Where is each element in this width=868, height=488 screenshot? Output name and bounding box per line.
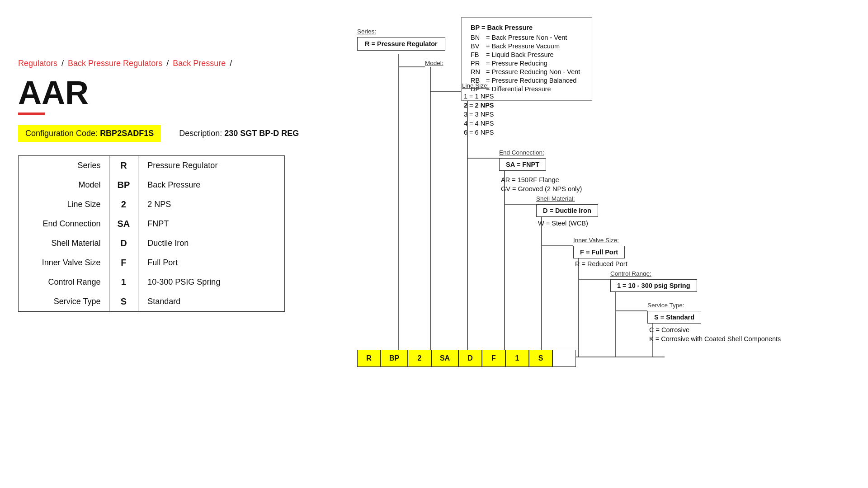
breadcrumb-sep-2: / bbox=[166, 59, 171, 68]
legend-item: PR = Pressure Reducing bbox=[471, 60, 583, 67]
control-label: Control Range: bbox=[610, 270, 651, 277]
end-conn-label: End Connection: bbox=[499, 149, 544, 156]
valve-box: F = Full Port bbox=[573, 246, 625, 258]
line-size-item: 4 = 4 NPS bbox=[462, 120, 494, 127]
line-size-item: 6 = 6 NPS bbox=[462, 129, 494, 136]
legend-item: BV = Back Pressure Vacuum bbox=[471, 42, 583, 50]
breadcrumb-sep-1: / bbox=[61, 59, 66, 68]
code-cell-5: F bbox=[482, 350, 505, 367]
valve-item: R = Reduced Port bbox=[573, 260, 627, 267]
right-panel: Series: R = Pressure Regulator BP = Back… bbox=[330, 9, 854, 389]
row-value: Full Port bbox=[138, 253, 284, 272]
line-size-label: Line Size: bbox=[462, 82, 489, 89]
shell-item: W = Steel (WCB) bbox=[536, 220, 588, 227]
code-cell-2: 2 bbox=[408, 350, 431, 367]
row-label: Service Type bbox=[19, 292, 109, 311]
row-code: SA bbox=[109, 214, 138, 234]
table-row: End Connection SA FNPT bbox=[19, 214, 284, 234]
control-box: 1 = 10 - 300 psig Spring bbox=[610, 279, 697, 292]
row-value: Pressure Regulator bbox=[138, 156, 284, 175]
breadcrumb-sep-3: / bbox=[230, 59, 232, 68]
table-row: Model BP Back Pressure bbox=[19, 175, 284, 195]
config-table-wrapper: Series R Pressure Regulator Model BP Bac… bbox=[18, 155, 285, 312]
end-conn-box: SA = FNPT bbox=[499, 158, 546, 171]
table-row: Series R Pressure Regulator bbox=[19, 156, 284, 175]
breadcrumb-item-2[interactable]: Back Pressure Regulators bbox=[68, 59, 162, 68]
code-cell-8 bbox=[552, 350, 576, 367]
description-label: Description: bbox=[179, 129, 222, 138]
left-panel: Regulators / Back Pressure Regulators / … bbox=[18, 59, 316, 312]
row-label: Control Range bbox=[19, 272, 109, 292]
line-size-item: 1 = 1 NPS bbox=[462, 93, 494, 100]
row-value: Back Pressure bbox=[138, 175, 284, 195]
code-cell-1: BP bbox=[381, 350, 408, 367]
breadcrumb-item-1[interactable]: Regulators bbox=[18, 59, 57, 68]
legend-item: RN = Pressure Reducing Non - Vent bbox=[471, 68, 583, 75]
row-value: 2 NPS bbox=[138, 195, 284, 214]
table-row: Service Type S Standard bbox=[19, 292, 284, 311]
row-code: D bbox=[109, 234, 138, 253]
valve-label: Inner Valve Size: bbox=[573, 237, 619, 244]
legend-item: BN = Back Pressure Non - Vent bbox=[471, 34, 583, 41]
shell-box: D = Ductile Iron bbox=[536, 204, 598, 217]
config-table: Series R Pressure Regulator Model BP Bac… bbox=[19, 156, 284, 311]
table-row: Shell Material D Ductile Iron bbox=[19, 234, 284, 253]
row-value: Ductile Iron bbox=[138, 234, 284, 253]
code-cell-6: 1 bbox=[505, 350, 529, 367]
row-label: Model bbox=[19, 175, 109, 195]
legend-item: FB = Liquid Back Pressure bbox=[471, 51, 583, 58]
end-conn-item: AR = 150RF Flange bbox=[499, 176, 582, 183]
shell-label: Shell Material: bbox=[536, 195, 575, 202]
row-label: Inner Valve Size bbox=[19, 253, 109, 272]
code-cell-4: D bbox=[458, 350, 482, 367]
table-row: Line Size 2 2 NPS bbox=[19, 195, 284, 214]
line-size-item: 3 = 3 NPS bbox=[462, 111, 494, 118]
row-code: BP bbox=[109, 175, 138, 195]
line-size-item: 2 = 2 NPS bbox=[462, 102, 494, 109]
model-label: Model: bbox=[425, 60, 443, 66]
row-code: R bbox=[109, 156, 138, 175]
table-row: Control Range 1 10-300 PSIG Spring bbox=[19, 272, 284, 292]
description-value: 230 SGT BP-D REG bbox=[224, 129, 299, 138]
code-row: RBP2SADF1S bbox=[357, 350, 576, 367]
code-cell-3: SA bbox=[431, 350, 458, 367]
row-label: Series bbox=[19, 156, 109, 175]
legend-title: BP = Back Pressure bbox=[471, 24, 583, 31]
series-box: R = Pressure Regulator bbox=[357, 37, 445, 51]
table-row: Inner Valve Size F Full Port bbox=[19, 253, 284, 272]
row-label: End Connection bbox=[19, 214, 109, 234]
breadcrumb-item-3[interactable]: Back Pressure bbox=[173, 59, 226, 68]
service-box: S = Standard bbox=[647, 311, 701, 324]
title-underline bbox=[18, 113, 45, 115]
config-row: Configuration Code: RBP2SADF1S Descripti… bbox=[18, 125, 316, 142]
row-code: F bbox=[109, 253, 138, 272]
code-cell-7: S bbox=[529, 350, 552, 367]
row-code: S bbox=[109, 292, 138, 311]
product-title: AAR bbox=[18, 76, 316, 109]
row-label: Line Size bbox=[19, 195, 109, 214]
row-value: 10-300 PSIG Spring bbox=[138, 272, 284, 292]
breadcrumb: Regulators / Back Pressure Regulators / … bbox=[18, 59, 316, 68]
service-label: Service Type: bbox=[647, 302, 684, 309]
service-item: K = Corrosive with Coated Shell Componen… bbox=[647, 335, 781, 343]
row-value: Standard bbox=[138, 292, 284, 311]
series-label: Series: bbox=[357, 28, 376, 35]
series-box-text: R = Pressure Regulator bbox=[365, 40, 438, 47]
row-code: 2 bbox=[109, 195, 138, 214]
config-label: Configuration Code: bbox=[25, 129, 98, 138]
config-code: RBP2SADF1S bbox=[100, 129, 154, 138]
end-conn-item: GV = Grooved (2 NPS only) bbox=[499, 185, 582, 192]
service-item: C = Corrosive bbox=[647, 326, 781, 333]
code-cell-0: R bbox=[357, 350, 381, 367]
row-label: Shell Material bbox=[19, 234, 109, 253]
config-code-box: Configuration Code: RBP2SADF1S bbox=[18, 125, 161, 142]
description-text: Description: 230 SGT BP-D REG bbox=[179, 129, 299, 138]
row-code: 1 bbox=[109, 272, 138, 292]
row-value: FNPT bbox=[138, 214, 284, 234]
